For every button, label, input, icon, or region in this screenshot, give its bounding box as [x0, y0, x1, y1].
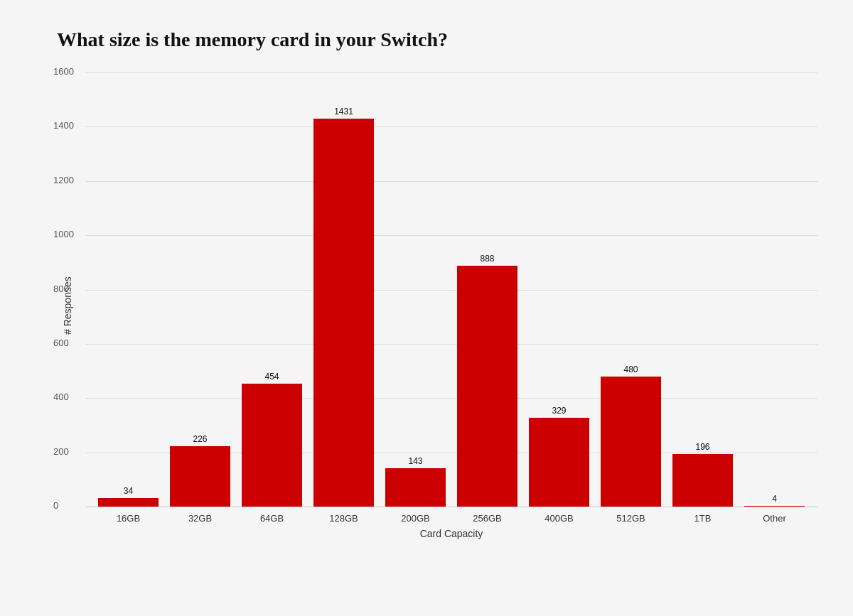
- x-axis-label: 1TB: [667, 513, 739, 524]
- bar-group: 34: [92, 72, 164, 507]
- bar: [529, 418, 589, 507]
- bar-group: 4: [739, 72, 810, 507]
- y-axis-label: # Responses: [57, 72, 78, 539]
- bars-wrapper: 3422645414311438883294801964: [85, 72, 817, 507]
- bar-value-label: 454: [264, 372, 279, 382]
- bar: [170, 446, 230, 507]
- bar-group: 329: [523, 72, 595, 507]
- chart-title: What size is the memory card in your Swi…: [57, 28, 817, 51]
- x-axis-label: 512GB: [595, 513, 667, 524]
- bar-value-label: 888: [480, 254, 494, 264]
- chart-area: # Responses 1600140012001000800600400200…: [57, 72, 817, 539]
- bar: [672, 454, 733, 507]
- axis-line: [85, 507, 817, 507]
- x-axis-label: 64GB: [236, 513, 308, 524]
- bar-value-label: 480: [623, 364, 638, 374]
- x-axis-label: 128GB: [308, 513, 380, 524]
- bar: [242, 384, 302, 507]
- bar-value-label: 196: [695, 442, 709, 452]
- bar: [313, 119, 374, 507]
- x-axis-title: Card Capacity: [85, 528, 817, 539]
- x-axis: 16GB32GB64GB128GB200GB256GB400GB512GB1TB…: [85, 507, 817, 524]
- x-axis-label: Other: [739, 513, 810, 524]
- bar-value-label: 329: [552, 406, 566, 416]
- chart-container: What size is the memory card in your Swi…: [0, 0, 853, 616]
- bar-value-label: 226: [193, 434, 207, 444]
- grid-and-bars: 16001400120010008006004002000 3422645414…: [85, 72, 817, 507]
- bar-value-label: 1431: [334, 107, 353, 117]
- chart-inner: 16001400120010008006004002000 3422645414…: [85, 72, 817, 539]
- bar-group: 888: [451, 72, 523, 507]
- bar-group: 226: [164, 72, 236, 507]
- bar-group: 1431: [308, 72, 380, 507]
- bar-value-label: 34: [124, 486, 133, 496]
- x-axis-label: 400GB: [523, 513, 595, 524]
- x-axis-label: 200GB: [380, 513, 451, 524]
- bar-group: 454: [236, 72, 308, 507]
- x-axis-label: 16GB: [92, 513, 164, 524]
- bar-group: 196: [667, 72, 739, 507]
- bar: [601, 377, 661, 507]
- bar-value-label: 4: [772, 494, 777, 504]
- bar-group: 480: [595, 72, 667, 507]
- bar: [457, 266, 517, 507]
- bar: [385, 468, 446, 507]
- x-axis-label: 32GB: [164, 513, 236, 524]
- x-axis-label: 256GB: [451, 513, 523, 524]
- bar-value-label: 143: [408, 456, 422, 466]
- bar-group: 143: [380, 72, 451, 507]
